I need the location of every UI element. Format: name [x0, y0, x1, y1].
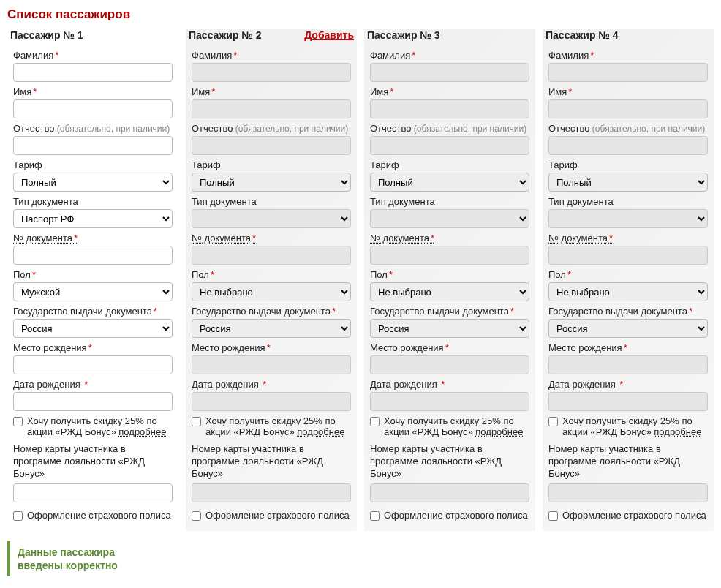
birthdate-label: Дата рождения: [548, 379, 708, 390]
doc-number-input[interactable]: [13, 246, 173, 265]
name-label: Имя: [192, 86, 351, 97]
tariff-select[interactable]: Полный: [192, 173, 351, 192]
birthdate-label: Дата рождения: [192, 379, 351, 390]
birthdate-label: Дата рождения: [370, 379, 529, 390]
passenger-header: Пассажир № 4: [546, 29, 619, 41]
bonus-discount-checkbox[interactable]: [548, 417, 558, 426]
patronymic-label: Отчество (обязательно, при наличии): [548, 123, 708, 134]
insurance-checkbox[interactable]: [370, 511, 380, 521]
issue-country-label: Государство выдачи документа: [370, 306, 529, 317]
name-label: Имя: [370, 86, 529, 97]
doc-number-label: № документа: [370, 233, 529, 244]
loyalty-input[interactable]: [192, 483, 351, 502]
passenger-header: Пассажир № 3: [367, 29, 440, 41]
birthdate-input[interactable]: [370, 392, 529, 411]
patronymic-input[interactable]: [13, 136, 173, 155]
insurance-label: Оформление страхового полиса: [205, 510, 350, 521]
issue-country-select[interactable]: Россия: [192, 319, 351, 338]
more-link[interactable]: подробнее: [118, 426, 166, 437]
birthplace-label: Место рождения: [370, 342, 529, 353]
surname-input[interactable]: [548, 63, 708, 82]
doc-type-select[interactable]: [370, 209, 529, 228]
doc-type-label: Тип документа: [370, 196, 529, 207]
bonus-discount-label: Хочу получить скидку 25% по акции «РЖД Б…: [205, 415, 351, 437]
passenger-column: Пассажир № 1 Фамилия Имя Отчество (обяза…: [7, 29, 178, 531]
more-link[interactable]: подробнее: [475, 426, 523, 437]
doc-number-label: № документа: [192, 233, 351, 244]
insurance-label: Оформление страхового полиса: [27, 510, 171, 521]
birthdate-input[interactable]: [548, 392, 708, 411]
bonus-discount-checkbox[interactable]: [13, 417, 23, 426]
insurance-label: Оформление страхового полиса: [562, 510, 706, 521]
gender-select[interactable]: Не выбрано: [370, 282, 529, 301]
tariff-select[interactable]: Полный: [370, 173, 529, 192]
bonus-discount-label: Хочу получить скидку 25% по акции «РЖД Б…: [27, 415, 173, 437]
patronymic-input[interactable]: [370, 136, 529, 155]
patronymic-label: Отчество (обязательно, при наличии): [192, 123, 351, 134]
issue-country-select[interactable]: Россия: [548, 319, 708, 338]
gender-select[interactable]: Не выбрано: [548, 282, 708, 301]
name-input[interactable]: [192, 99, 351, 118]
add-passenger-link[interactable]: Добавить: [304, 29, 354, 41]
passenger-column: Пассажир № 4 Фамилия Имя Отчество (обяза…: [543, 29, 714, 531]
patronymic-input[interactable]: [192, 136, 351, 155]
patronymic-input[interactable]: [548, 136, 708, 155]
bonus-discount-label: Хочу получить скидку 25% по акции «РЖД Б…: [562, 415, 708, 437]
doc-number-label: № документа: [548, 233, 708, 244]
birthdate-input[interactable]: [13, 392, 173, 411]
loyalty-label: Номер карты участника в программе лояльн…: [13, 443, 173, 480]
passenger-header: Пассажир № 2: [189, 29, 262, 41]
doc-type-label: Тип документа: [192, 196, 351, 207]
tariff-select[interactable]: Полный: [13, 173, 173, 192]
surname-input[interactable]: [370, 63, 529, 82]
insurance-checkbox[interactable]: [192, 511, 201, 521]
birthdate-input[interactable]: [192, 392, 351, 411]
doc-type-select[interactable]: [192, 209, 351, 228]
gender-label: Пол: [13, 269, 173, 280]
tariff-label: Тариф: [13, 159, 173, 170]
surname-input[interactable]: [192, 63, 351, 82]
insurance-checkbox[interactable]: [13, 511, 23, 521]
patronymic-label: Отчество (обязательно, при наличии): [370, 123, 529, 134]
doc-type-select[interactable]: [548, 209, 708, 228]
loyalty-input[interactable]: [548, 483, 708, 502]
name-label: Имя: [548, 86, 708, 97]
more-link[interactable]: подробнее: [654, 426, 701, 437]
surname-input[interactable]: [13, 63, 173, 82]
doc-number-input[interactable]: [192, 246, 351, 265]
surname-label: Фамилия: [192, 50, 351, 61]
name-input[interactable]: [370, 99, 529, 118]
issue-country-select[interactable]: Россия: [13, 319, 173, 338]
doc-number-label: № документа: [13, 233, 173, 244]
birthplace-input[interactable]: [192, 355, 351, 374]
doc-type-select[interactable]: Паспорт РФ: [13, 209, 173, 228]
tariff-label: Тариф: [548, 159, 708, 170]
issue-country-select[interactable]: Россия: [370, 319, 529, 338]
doc-number-input[interactable]: [548, 246, 708, 265]
birthplace-input[interactable]: [13, 355, 173, 374]
gender-select[interactable]: Мужской: [13, 282, 173, 301]
more-link[interactable]: подробнее: [297, 426, 344, 437]
surname-label: Фамилия: [370, 50, 529, 61]
birthplace-label: Место рождения: [13, 342, 173, 353]
issue-country-label: Государство выдачи документа: [13, 306, 173, 317]
gender-select[interactable]: Не выбрано: [192, 282, 351, 301]
validation-message: Данные пассажира введены корректно: [7, 541, 714, 576]
loyalty-input[interactable]: [370, 483, 529, 502]
surname-label: Фамилия: [548, 50, 708, 61]
doc-type-label: Тип документа: [548, 196, 708, 207]
bonus-discount-checkbox[interactable]: [370, 417, 380, 426]
bonus-discount-checkbox[interactable]: [192, 417, 201, 426]
name-input[interactable]: [548, 99, 708, 118]
loyalty-label: Номер карты участника в программе лояльн…: [370, 443, 529, 480]
name-input[interactable]: [13, 99, 173, 118]
insurance-label: Оформление страхового полиса: [384, 510, 528, 521]
birthplace-input[interactable]: [548, 355, 708, 374]
loyalty-input[interactable]: [13, 483, 173, 502]
insurance-checkbox[interactable]: [548, 511, 558, 521]
birthplace-input[interactable]: [370, 355, 529, 374]
issue-country-label: Государство выдачи документа: [548, 306, 708, 317]
bonus-discount-label: Хочу получить скидку 25% по акции «РЖД Б…: [384, 415, 529, 437]
tariff-select[interactable]: Полный: [548, 173, 708, 192]
doc-number-input[interactable]: [370, 246, 529, 265]
